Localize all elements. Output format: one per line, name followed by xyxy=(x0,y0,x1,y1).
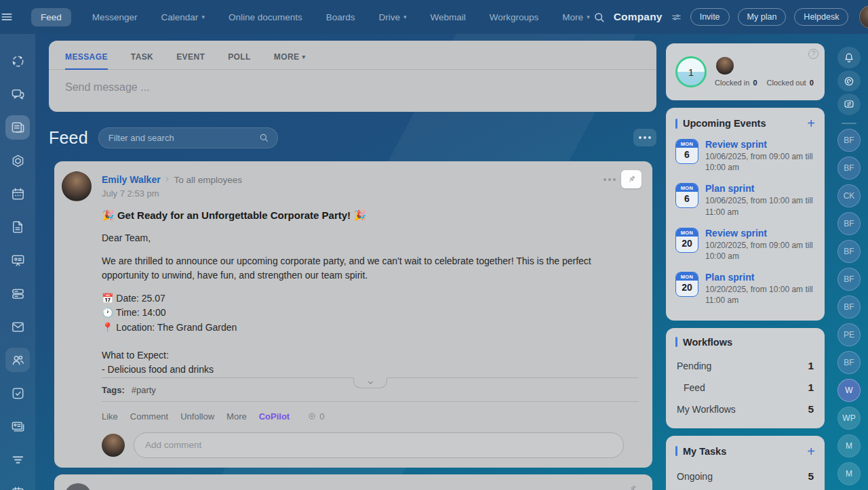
filter-search-box[interactable] xyxy=(98,127,278,148)
chat-avatar[interactable]: W xyxy=(837,379,861,402)
user-avatar xyxy=(102,434,125,457)
compose-tab[interactable]: POLL ▾ xyxy=(228,52,251,69)
copilot-icon[interactable] xyxy=(837,70,861,92)
compose-tab[interactable]: MORE ▾ xyxy=(274,52,306,69)
add-task-button[interactable]: + xyxy=(807,445,815,458)
sidebar-item-tasks-icon[interactable] xyxy=(5,381,30,405)
top-nav-item[interactable]: Drive ▾ xyxy=(376,8,410,26)
top-nav-item[interactable]: Webmail ▾ xyxy=(428,8,469,26)
panel-title: My Tasks xyxy=(683,446,726,457)
compose-tab[interactable]: EVENT ▾ xyxy=(176,52,205,69)
invite-button[interactable]: Invite xyxy=(690,8,730,26)
pin-post-button[interactable] xyxy=(621,170,642,188)
sidebar-item-crm-icon[interactable] xyxy=(5,414,30,438)
sidebar-item-calendar-icon[interactable] xyxy=(5,182,30,206)
post-menu-button[interactable] xyxy=(604,178,616,181)
my-plan-button[interactable]: My plan xyxy=(738,8,787,26)
clock-in-widget[interactable]: 1 Clocked in 0 Clocked out 0 ? xyxy=(666,43,825,100)
chat-avatar[interactable]: M xyxy=(837,462,861,485)
workflow-row[interactable]: My Workflows 5 xyxy=(677,399,814,420)
sidebar-item-schedule-icon[interactable] xyxy=(5,481,30,490)
chevron-down-icon: ▾ xyxy=(403,14,407,20)
filter-sliders-icon[interactable] xyxy=(671,12,682,23)
chat-avatar[interactable]: BF xyxy=(837,268,861,291)
task-row[interactable]: Assisting 0 xyxy=(677,487,814,490)
post-action-link[interactable]: Unfollow xyxy=(180,411,214,422)
chat-avatar[interactable]: WP xyxy=(837,407,861,430)
sidebar-item-automation-icon[interactable] xyxy=(5,148,30,173)
sidebar-item-messenger-icon[interactable] xyxy=(5,82,30,106)
event-title-link[interactable]: Review sprint xyxy=(705,228,815,239)
top-nav-item[interactable]: Calendar ▾ xyxy=(159,8,208,26)
event-title-link[interactable]: Plan sprint xyxy=(705,183,815,194)
company-menu[interactable]: Company xyxy=(614,11,663,23)
panel-title: Workflows xyxy=(683,337,732,348)
post-action-link[interactable]: Like xyxy=(102,411,118,422)
author-avatar[interactable] xyxy=(62,171,92,201)
chat-avatar[interactable]: BF xyxy=(837,240,861,263)
chat-avatar[interactable]: BF xyxy=(837,295,861,319)
workflow-row[interactable]: Pending 1 xyxy=(677,355,814,377)
my-tasks-panel: My Tasks + Ongoing 5 Assisting 0 xyxy=(666,436,825,490)
chat-avatar[interactable]: PE xyxy=(837,323,861,346)
post-action-link[interactable]: More xyxy=(226,411,247,422)
copilot-button[interactable]: CoPilot xyxy=(259,411,290,422)
top-nav-item[interactable]: Workgroups ▾ xyxy=(487,8,542,26)
helpdesk-button[interactable]: Helpdesk xyxy=(794,8,848,26)
chat-avatar[interactable]: CK xyxy=(837,184,861,207)
task-row[interactable]: Ongoing 5 xyxy=(677,466,814,487)
top-nav-item[interactable]: Feed ▾ xyxy=(31,8,71,26)
notifications-bell-icon[interactable] xyxy=(837,47,861,68)
workflow-row[interactable]: Feed 1 xyxy=(677,377,814,399)
chat-avatar[interactable]: M xyxy=(837,434,861,457)
send-message-input[interactable] xyxy=(49,70,656,105)
hamburger-menu-button[interactable] xyxy=(0,10,14,24)
chevron-down-icon: ▾ xyxy=(587,14,590,20)
top-nav-item[interactable]: Boards ▾ xyxy=(323,8,358,26)
chat-avatar[interactable]: BF xyxy=(837,351,861,374)
clocked-in-counter[interactable]: 1 xyxy=(675,56,707,87)
compose-tab[interactable]: TASK ▾ xyxy=(131,52,153,69)
clocked-in-stat: Clocked in 0 xyxy=(715,79,757,87)
top-nav-item[interactable]: Messenger ▾ xyxy=(90,8,140,26)
panel-accent-bar xyxy=(675,337,677,347)
sidebar-item-employees-icon[interactable] xyxy=(5,348,30,372)
expand-post-button[interactable] xyxy=(353,377,387,388)
chevron-down-icon xyxy=(367,379,374,386)
top-nav-item[interactable]: More ▾ xyxy=(559,8,592,26)
sidebar-item-mail-icon[interactable] xyxy=(5,314,30,339)
messenger-swap-icon[interactable] xyxy=(837,94,861,115)
sidebar-item-feed-icon[interactable] xyxy=(5,115,30,140)
filter-search-input[interactable] xyxy=(108,133,258,143)
sidebar-item-sales-funnel-icon[interactable] xyxy=(5,447,30,472)
feed-post-partial[interactable] xyxy=(54,474,652,490)
post-action-link[interactable]: Comment xyxy=(130,411,168,422)
user-avatar[interactable] xyxy=(859,5,868,28)
sidebar-item-drive-icon[interactable] xyxy=(5,281,30,306)
search-icon[interactable] xyxy=(593,11,606,24)
count-badge: 1 xyxy=(808,382,814,394)
author-link[interactable]: Emily Walker xyxy=(102,174,161,185)
chat-avatar[interactable]: BF xyxy=(837,129,861,152)
chat-avatar[interactable]: BF xyxy=(837,157,861,180)
help-icon[interactable]: ? xyxy=(808,49,818,59)
add-event-button[interactable]: + xyxy=(807,117,815,130)
add-comment-input[interactable] xyxy=(134,432,624,458)
sidebar-item-pulse-icon[interactable] xyxy=(5,49,30,73)
right-icon-rail: BF BF CK BF BF BF xyxy=(830,34,868,490)
sidebar-item-documents-icon[interactable] xyxy=(5,215,30,239)
event-title-link[interactable]: Plan sprint xyxy=(705,272,815,283)
compose-tab[interactable]: MESSAGE ▾ xyxy=(65,52,108,69)
count-badge: 1 xyxy=(808,360,814,372)
feed-options-button[interactable] xyxy=(633,129,656,146)
event-title-link[interactable]: Review sprint xyxy=(705,139,815,150)
top-nav-item[interactable]: Online documents ▾ xyxy=(226,8,305,26)
sidebar-item-boards-icon[interactable] xyxy=(5,248,30,272)
count-badge: 5 xyxy=(808,470,814,483)
post-timestamp: July 7 2:53 pm xyxy=(102,188,639,201)
chat-avatar[interactable]: BF xyxy=(837,212,861,235)
tag-link[interactable]: #party xyxy=(132,385,156,395)
event-date-chip: MON 6 xyxy=(675,183,698,208)
post-audience[interactable]: To all employees xyxy=(174,175,243,185)
post-collapse-divider xyxy=(102,377,639,378)
